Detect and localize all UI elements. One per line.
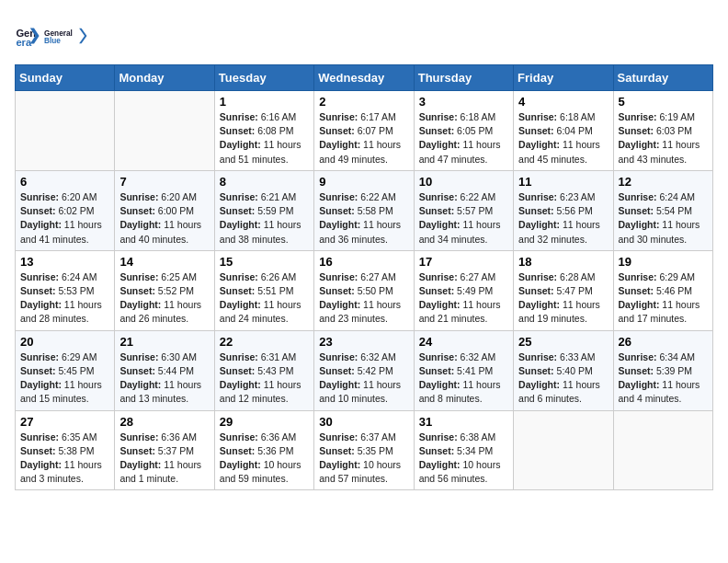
day-info: Sunrise: 6:26 AMSunset: 5:51 PMDaylight:… [220, 270, 309, 327]
calendar-cell: 5Sunrise: 6:19 AMSunset: 6:03 PMDaylight… [613, 91, 712, 171]
day-number: 3 [419, 95, 508, 109]
day-number: 17 [419, 255, 508, 269]
calendar-cell: 29Sunrise: 6:36 AMSunset: 5:36 PMDayligh… [214, 410, 313, 490]
calendar-cell: 7Sunrise: 6:20 AMSunset: 6:00 PMDaylight… [115, 170, 214, 250]
day-info: Sunrise: 6:19 AMSunset: 6:03 PMDaylight:… [619, 110, 708, 167]
day-number: 20 [20, 335, 109, 349]
calendar-cell: 6Sunrise: 6:20 AMSunset: 6:02 PMDaylight… [16, 170, 115, 250]
day-number: 16 [319, 255, 408, 269]
day-number: 10 [419, 175, 508, 189]
day-number: 31 [419, 415, 508, 429]
day-info: Sunrise: 6:32 AMSunset: 5:42 PMDaylight:… [319, 350, 408, 407]
calendar-cell: 24Sunrise: 6:32 AMSunset: 5:41 PMDayligh… [414, 330, 513, 410]
day-number: 2 [319, 95, 408, 109]
calendar-cell: 22Sunrise: 6:31 AMSunset: 5:43 PMDayligh… [214, 330, 313, 410]
calendar-week-2: 6Sunrise: 6:20 AMSunset: 6:02 PMDaylight… [16, 170, 713, 250]
calendar-cell: 26Sunrise: 6:34 AMSunset: 5:39 PMDayligh… [613, 330, 712, 410]
day-number: 6 [20, 175, 109, 189]
day-number: 8 [220, 175, 309, 189]
calendar-cell: 21Sunrise: 6:30 AMSunset: 5:44 PMDayligh… [115, 330, 214, 410]
day-info: Sunrise: 6:20 AMSunset: 6:02 PMDaylight:… [20, 190, 109, 247]
day-number: 27 [20, 415, 109, 429]
day-header-thursday: Thursday [414, 65, 513, 91]
calendar-cell: 1Sunrise: 6:16 AMSunset: 6:08 PMDaylight… [214, 91, 313, 171]
calendar-cell: 23Sunrise: 6:32 AMSunset: 5:42 PMDayligh… [314, 330, 414, 410]
day-info: Sunrise: 6:29 AMSunset: 5:46 PMDaylight:… [619, 270, 708, 327]
calendar-week-5: 27Sunrise: 6:35 AMSunset: 5:38 PMDayligh… [16, 410, 713, 490]
day-number: 13 [20, 255, 109, 269]
day-number: 7 [119, 175, 209, 189]
calendar-cell: 20Sunrise: 6:29 AMSunset: 5:45 PMDayligh… [16, 330, 115, 410]
day-info: Sunrise: 6:25 AMSunset: 5:52 PMDaylight:… [119, 270, 209, 327]
calendar-cell: 17Sunrise: 6:27 AMSunset: 5:49 PMDayligh… [414, 250, 513, 330]
day-number: 5 [619, 95, 708, 109]
day-info: Sunrise: 6:35 AMSunset: 5:38 PMDaylight:… [20, 431, 109, 487]
day-info: Sunrise: 6:27 AMSunset: 5:50 PMDaylight:… [319, 270, 408, 327]
calendar-table: SundayMondayTuesdayWednesdayThursdayFrid… [15, 64, 713, 490]
day-info: Sunrise: 6:31 AMSunset: 5:43 PMDaylight:… [220, 350, 309, 407]
calendar-cell: 2Sunrise: 6:17 AMSunset: 6:07 PMDaylight… [314, 91, 414, 171]
calendar-cell: 11Sunrise: 6:23 AMSunset: 5:56 PMDayligh… [514, 170, 613, 250]
calendar-cell [613, 410, 712, 490]
day-number: 12 [619, 175, 708, 189]
day-header-saturday: Saturday [613, 65, 712, 91]
day-info: Sunrise: 6:27 AMSunset: 5:49 PMDaylight:… [419, 270, 508, 327]
calendar-cell: 10Sunrise: 6:22 AMSunset: 5:57 PMDayligh… [414, 170, 513, 250]
day-info: Sunrise: 6:33 AMSunset: 5:40 PMDaylight:… [518, 350, 608, 407]
calendar-cell [115, 91, 214, 171]
day-info: Sunrise: 6:34 AMSunset: 5:39 PMDaylight:… [619, 350, 708, 407]
day-number: 9 [319, 175, 408, 189]
calendar-cell [514, 410, 613, 490]
calendar-cell: 30Sunrise: 6:37 AMSunset: 5:35 PMDayligh… [314, 410, 414, 490]
calendar-week-4: 20Sunrise: 6:29 AMSunset: 5:45 PMDayligh… [16, 330, 713, 410]
day-info: Sunrise: 6:16 AMSunset: 6:08 PMDaylight:… [220, 110, 309, 167]
calendar-cell: 9Sunrise: 6:22 AMSunset: 5:58 PMDaylight… [314, 170, 414, 250]
day-number: 25 [518, 335, 608, 349]
day-info: Sunrise: 6:24 AMSunset: 5:53 PMDaylight:… [20, 270, 109, 327]
calendar-week-3: 13Sunrise: 6:24 AMSunset: 5:53 PMDayligh… [16, 250, 713, 330]
day-number: 14 [119, 255, 209, 269]
day-info: Sunrise: 6:32 AMSunset: 5:41 PMDaylight:… [419, 350, 508, 407]
day-number: 30 [319, 415, 408, 429]
calendar-cell: 14Sunrise: 6:25 AMSunset: 5:52 PMDayligh… [115, 250, 214, 330]
calendar-body: 1Sunrise: 6:16 AMSunset: 6:08 PMDaylight… [16, 91, 713, 490]
day-header-monday: Monday [115, 65, 214, 91]
day-info: Sunrise: 6:36 AMSunset: 5:37 PMDaylight:… [119, 431, 209, 487]
day-header-wednesday: Wednesday [314, 65, 414, 91]
logo-icon: Gen era [15, 23, 40, 49]
day-info: Sunrise: 6:22 AMSunset: 5:58 PMDaylight:… [319, 190, 408, 247]
day-number: 22 [220, 335, 309, 349]
svg-text:Blue: Blue [44, 36, 61, 45]
day-header-friday: Friday [514, 65, 613, 91]
day-info: Sunrise: 6:20 AMSunset: 6:00 PMDaylight:… [119, 190, 209, 247]
calendar-cell: 8Sunrise: 6:21 AMSunset: 5:59 PMDaylight… [214, 170, 313, 250]
page-header: Gen era General Blue [15, 15, 713, 57]
day-info: Sunrise: 6:24 AMSunset: 5:54 PMDaylight:… [619, 190, 708, 247]
calendar-cell: 4Sunrise: 6:18 AMSunset: 6:04 PMDaylight… [514, 91, 613, 171]
calendar-cell: 13Sunrise: 6:24 AMSunset: 5:53 PMDayligh… [16, 250, 115, 330]
logo: Gen era General Blue [15, 18, 85, 53]
calendar-cell: 27Sunrise: 6:35 AMSunset: 5:38 PMDayligh… [16, 410, 115, 490]
day-number: 4 [518, 95, 608, 109]
day-header-sunday: Sunday [16, 65, 115, 91]
day-info: Sunrise: 6:30 AMSunset: 5:44 PMDaylight:… [119, 350, 209, 407]
calendar-cell: 28Sunrise: 6:36 AMSunset: 5:37 PMDayligh… [115, 410, 214, 490]
day-number: 15 [220, 255, 309, 269]
day-number: 21 [119, 335, 209, 349]
day-info: Sunrise: 6:37 AMSunset: 5:35 PMDaylight:… [319, 431, 408, 487]
day-header-tuesday: Tuesday [214, 65, 313, 91]
calendar-header: SundayMondayTuesdayWednesdayThursdayFrid… [16, 65, 713, 91]
day-info: Sunrise: 6:28 AMSunset: 5:47 PMDaylight:… [518, 270, 608, 327]
day-number: 24 [419, 335, 508, 349]
general-blue-logo-svg: General Blue [44, 18, 85, 53]
day-number: 11 [518, 175, 608, 189]
day-number: 23 [319, 335, 408, 349]
day-info: Sunrise: 6:36 AMSunset: 5:36 PMDaylight:… [220, 431, 309, 487]
calendar-cell: 3Sunrise: 6:18 AMSunset: 6:05 PMDaylight… [414, 91, 513, 171]
day-info: Sunrise: 6:23 AMSunset: 5:56 PMDaylight:… [518, 190, 608, 247]
day-info: Sunrise: 6:21 AMSunset: 5:59 PMDaylight:… [220, 190, 309, 247]
calendar-cell: 12Sunrise: 6:24 AMSunset: 5:54 PMDayligh… [613, 170, 712, 250]
calendar-cell: 15Sunrise: 6:26 AMSunset: 5:51 PMDayligh… [214, 250, 313, 330]
svg-text:era: era [16, 37, 32, 48]
calendar-cell: 19Sunrise: 6:29 AMSunset: 5:46 PMDayligh… [613, 250, 712, 330]
